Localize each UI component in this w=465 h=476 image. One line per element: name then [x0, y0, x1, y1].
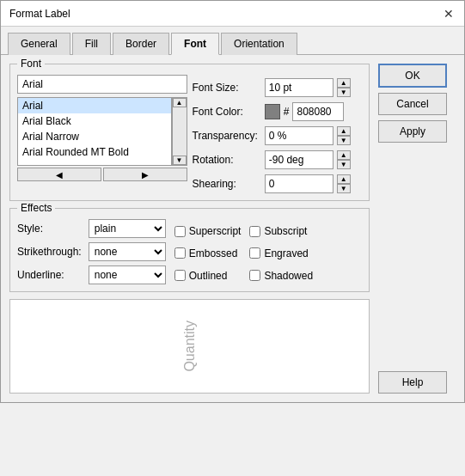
font-group-label: Font: [17, 58, 45, 70]
strikethrough-select[interactable]: none single double: [89, 242, 166, 261]
title-bar: Format Label ✕: [1, 1, 464, 27]
font-color-input[interactable]: [292, 102, 344, 121]
embossed-checkbox[interactable]: [174, 247, 186, 259]
font-size-up[interactable]: ▲: [337, 78, 351, 88]
subscript-label: Subscript: [264, 225, 307, 237]
shearing-down[interactable]: ▼: [337, 184, 351, 193]
tab-font[interactable]: Font: [171, 33, 219, 55]
scroll-up-btn[interactable]: ▲: [173, 98, 187, 107]
cancel-button[interactable]: Cancel: [378, 93, 447, 115]
shearing-wrap: ▲ ▼: [265, 174, 362, 193]
transparency-spinner: ▲ ▼: [337, 126, 351, 145]
effects-group: Effects Style: plain bold italic bold it…: [9, 208, 370, 292]
rotation-label: Rotation:: [193, 154, 258, 166]
font-search-input[interactable]: [17, 75, 187, 94]
font-scroll-left[interactable]: ◀: [17, 168, 101, 181]
embossed-item: Embossed: [174, 245, 242, 263]
style-label: Style:: [17, 223, 82, 235]
close-button[interactable]: ✕: [442, 8, 456, 20]
rotation-down[interactable]: ▼: [337, 160, 351, 169]
font-group: Font Arial Arial Black Arial Narrow Aria…: [9, 64, 370, 201]
rotation-up[interactable]: ▲: [337, 150, 351, 160]
underline-select[interactable]: none single double: [89, 265, 166, 284]
help-button[interactable]: Help: [378, 371, 447, 394]
hash-symbol: #: [284, 106, 290, 118]
rotation-spinner: ▲ ▼: [337, 150, 351, 169]
outlined-checkbox[interactable]: [174, 270, 186, 281]
effects-group-label: Effects: [17, 202, 55, 214]
preview-text: Quantity: [182, 320, 198, 372]
scroll-down-btn[interactable]: ▼: [173, 156, 187, 165]
font-list-item[interactable]: Arial: [18, 98, 171, 113]
font-scroll-right[interactable]: ▶: [103, 168, 187, 181]
color-swatch[interactable]: [265, 104, 280, 119]
style-select[interactable]: plain bold italic bold italic: [89, 219, 166, 238]
format-label-dialog: Format Label ✕ General Fill Border Font …: [0, 0, 465, 403]
font-list-item[interactable]: Arial Narrow: [18, 129, 171, 144]
font-size-label: Font Size:: [193, 82, 258, 94]
font-list-scrollbar[interactable]: ▲ ▼: [172, 97, 187, 166]
effects-checkboxes: Superscript Subscript Embossed Engr: [174, 219, 316, 284]
apply-button[interactable]: Apply: [378, 120, 447, 143]
font-size-down[interactable]: ▼: [337, 88, 351, 97]
main-content: Font Arial Arial Black Arial Narrow Aria…: [1, 55, 464, 402]
font-color-wrap: #: [265, 102, 362, 121]
transparency-input[interactable]: [265, 126, 333, 145]
shadowed-checkbox[interactable]: [249, 270, 260, 281]
embossed-label: Embossed: [189, 247, 238, 259]
font-list-item[interactable]: Arial Rounded MT Bold: [18, 144, 171, 160]
outlined-label: Outlined: [189, 270, 228, 282]
transparency-down[interactable]: ▼: [337, 136, 351, 145]
superscript-checkbox[interactable]: [174, 226, 186, 237]
shearing-spinner: ▲ ▼: [337, 174, 351, 193]
font-properties: Font Size: ▲ ▼ Font Color: #: [193, 75, 363, 193]
right-panel: OK Cancel Apply Help: [378, 64, 456, 394]
font-size-input[interactable]: [265, 78, 333, 97]
transparency-wrap: ▲ ▼: [265, 126, 362, 145]
outlined-item: Outlined: [174, 266, 242, 284]
superscript-item: Superscript: [174, 223, 242, 241]
subscript-checkbox[interactable]: [249, 226, 260, 237]
strikethrough-label: Strikethrough:: [17, 246, 82, 258]
underline-label: Underline:: [17, 269, 82, 281]
shearing-label: Shearing:: [193, 178, 258, 190]
preview-box: Quantity: [9, 299, 370, 394]
font-list[interactable]: Arial Arial Black Arial Narrow Arial Rou…: [17, 97, 172, 166]
font-size-wrap: ▲ ▼: [265, 78, 362, 97]
rotation-wrap: ▲ ▼: [265, 150, 362, 169]
left-panel: Font Arial Arial Black Arial Narrow Aria…: [9, 64, 370, 394]
shearing-input[interactable]: [265, 174, 333, 193]
transparency-label: Transparency:: [193, 130, 258, 142]
shadowed-item: Shadowed: [249, 266, 316, 284]
font-color-label: Font Color:: [193, 106, 258, 118]
tab-general[interactable]: General: [8, 33, 70, 55]
engraved-label: Engraved: [264, 247, 308, 259]
subscript-item: Subscript: [249, 223, 316, 241]
tab-bar: General Fill Border Font Orientation: [1, 27, 464, 55]
engraved-checkbox[interactable]: [249, 247, 260, 259]
ok-button[interactable]: OK: [378, 64, 447, 88]
tab-border[interactable]: Border: [113, 33, 169, 55]
transparency-up[interactable]: ▲: [337, 126, 351, 136]
superscript-label: Superscript: [189, 225, 242, 237]
shadowed-label: Shadowed: [264, 270, 313, 282]
dialog-title: Format Label: [9, 8, 70, 20]
rotation-input[interactable]: [265, 150, 333, 169]
engraved-item: Engraved: [249, 245, 316, 263]
tab-orientation[interactable]: Orientation: [221, 33, 297, 55]
font-size-spinner: ▲ ▼: [337, 78, 351, 97]
tab-fill[interactable]: Fill: [72, 33, 111, 55]
shearing-up[interactable]: ▲: [337, 174, 351, 184]
font-list-item[interactable]: Arial Black: [18, 113, 171, 129]
